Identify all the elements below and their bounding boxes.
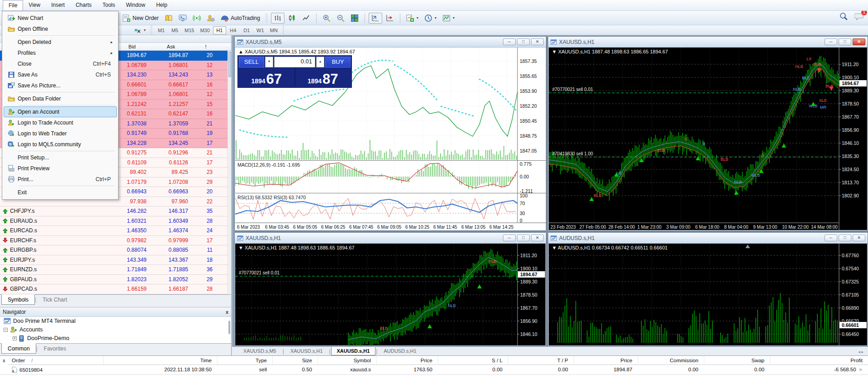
close-button[interactable]: ✕ [531, 38, 544, 45]
chart-tab-3[interactable]: AUDUSD.s,H1 [378, 347, 422, 355]
chart-titlebar[interactable]: AUDUSD.s,H1─□✕ [548, 233, 868, 244]
restore-button[interactable]: □ [839, 235, 851, 241]
terminal-col-price[interactable]: Price [376, 356, 438, 365]
market-watch-row-eurjpy.s[interactable]: EURJPY.s143.349143.36718 [0, 255, 231, 265]
close-order-icon[interactable]: ✕ [859, 367, 863, 372]
timeframe-m30[interactable]: M30 [197, 26, 212, 34]
crosshair-dropdown-icon[interactable]: ▾ [144, 28, 146, 32]
scrollbar-thumb[interactable] [228, 52, 231, 77]
file-menu-item-print[interactable]: Print...Ctrl+P [4, 174, 117, 185]
navigator-close-icon[interactable]: x [226, 309, 228, 315]
timeframe-m5[interactable]: M5 [168, 26, 181, 34]
col-spread[interactable]: ! [192, 44, 220, 49]
minimize-button[interactable]: ─ [825, 38, 837, 45]
auto-scroll-button[interactable] [369, 13, 382, 24]
volume-down-button[interactable]: ▼ [265, 57, 273, 67]
terminal-col-swap[interactable]: Swap [704, 356, 770, 365]
market-watch-row-euraud.s[interactable]: EURAUD.s1.603211.6034928 [0, 216, 231, 226]
tab-scroll-arrows[interactable]: ◂ ▸ [858, 350, 863, 355]
volume-up-button[interactable]: ▲ [316, 57, 324, 67]
crosshair-tool-button[interactable]: ▾ [131, 25, 148, 36]
col-ask[interactable]: Ask [150, 44, 192, 49]
nav-item-accounts[interactable]: −Accounts [0, 326, 231, 334]
candlestick-mode-button[interactable] [286, 13, 299, 24]
toolbar-grip[interactable] [266, 14, 268, 23]
timeframe-h1[interactable]: H1 [213, 26, 226, 34]
templates-dropdown-icon[interactable]: ▾ [453, 16, 455, 20]
autotrading-button[interactable]: AutoTrading [218, 13, 262, 24]
minimize-button[interactable]: ─ [825, 235, 837, 241]
file-menu-item-login-to-web-trader[interactable]: Login to Web Trader [4, 128, 117, 139]
sell-button[interactable]: SELL [239, 57, 264, 67]
toolbar-grip[interactable] [150, 26, 152, 35]
file-menu-item-new-chart[interactable]: New Chart [4, 13, 117, 24]
close-button[interactable]: ✕ [853, 38, 865, 45]
file-menu-item-open-deleted[interactable]: Open Deleted▸ [4, 37, 117, 48]
expand-icon[interactable]: + [13, 336, 17, 341]
templates-button[interactable]: ▾ [440, 13, 457, 24]
tab-symbols[interactable]: Symbols [1, 294, 35, 305]
chart-titlebar[interactable]: XAUUSD.s,H1─□✕ [548, 37, 868, 48]
restore-button[interactable]: □ [839, 38, 851, 45]
chart-tab-1[interactable]: XAUUSD.s,H1 [285, 347, 329, 355]
tab-common[interactable]: Common [1, 343, 36, 354]
bar-chart-mode-button[interactable] [271, 13, 285, 24]
menu-window[interactable]: Window [121, 0, 151, 10]
new-order-button[interactable]: New Order [120, 13, 161, 24]
accounts-button[interactable] [204, 13, 217, 24]
menu-view[interactable]: View [23, 0, 46, 10]
chart-titlebar[interactable]: XAUUSD.s,M5─□✕ [235, 37, 546, 48]
chart-canvas[interactable]: ▲ XAUUSD.s,M5 1894.15 1895.42 1893.92 18… [235, 48, 545, 230]
menu-tools[interactable]: Tools [97, 0, 121, 10]
chart-shift-button[interactable] [384, 13, 396, 24]
navigator-scrollbar[interactable] [228, 321, 230, 334]
tab-favorites[interactable]: Favorites [38, 343, 72, 354]
chart-tab-0[interactable]: XAUUSD.s,M5 [237, 347, 282, 355]
file-menu-item-open-data-folder[interactable]: Open Data Folder [4, 93, 117, 104]
buy-button[interactable]: BUY [325, 57, 351, 67]
chart-titlebar[interactable]: XAUUSD.s,H1─□✕ [235, 233, 546, 244]
terminal-col-tp[interactable]: T / P [508, 356, 574, 365]
minimize-button[interactable]: ─ [503, 235, 516, 241]
periods-button[interactable]: ▾ [422, 13, 439, 24]
nav-item-terminal[interactable]: Doo Prime MT4 Terminal [0, 317, 231, 326]
metaeditor-button[interactable] [176, 13, 189, 24]
file-menu-item-print-preview[interactable]: Print Preview [4, 163, 117, 174]
chart-canvas[interactable]: ▼ XAUUSD.s,H1 1887.48 1898.63 1886.65 18… [549, 48, 867, 230]
file-menu-item-close[interactable]: CloseCtrl+F4 [4, 58, 117, 69]
market-watch-row-gbpcad.s[interactable]: GBPCAD.s1.661591.6618728 [0, 284, 231, 294]
nav-item-dooprime-demo[interactable]: +DooPrime-Demo [0, 334, 231, 343]
terminal-col-symbol[interactable]: Symbol [318, 356, 376, 365]
volume-input[interactable]: 0.01 [274, 57, 315, 67]
indicators-button[interactable]: ▾ [404, 13, 421, 24]
file-menu-item-profiles[interactable]: Profiles▸ [4, 48, 117, 58]
terminal-col-time[interactable]: Time [103, 356, 217, 365]
zoom-out-button[interactable] [334, 13, 347, 24]
menu-file[interactable]: File [3, 0, 23, 10]
close-button[interactable]: ✕ [531, 235, 544, 241]
indicators-dropdown-icon[interactable]: ▾ [417, 16, 418, 20]
menu-help[interactable]: Help [151, 0, 173, 10]
market-watch-row-eurcad.s[interactable]: EURCAD.s1.463501.4637424 [0, 226, 231, 236]
terminal-col-type[interactable]: Type [217, 356, 272, 365]
file-menu-item-open-offline[interactable]: Open Offline [4, 24, 117, 34]
chart-tab-2[interactable]: XAUUSD.s,H1 [331, 347, 376, 355]
search-icon[interactable] [839, 12, 848, 21]
file-menu-item-exit[interactable]: Exit [4, 187, 117, 198]
terminal-col-order[interactable]: Order/ [8, 356, 103, 365]
timeframe-w1[interactable]: W1 [254, 26, 267, 34]
collapse-icon[interactable]: − [4, 328, 8, 332]
signals-button[interactable] [190, 13, 203, 24]
terminal-col-size[interactable]: Size [272, 356, 318, 365]
tab-tick-chart[interactable]: Tick Chart [36, 294, 73, 305]
market-watch-row-chfjpy.s[interactable]: CHFJPY.s146.282146.31735 [0, 206, 231, 216]
zoom-in-button[interactable] [320, 13, 333, 24]
restore-button[interactable]: □ [517, 235, 530, 241]
line-chart-mode-button[interactable] [300, 13, 313, 24]
menu-charts[interactable]: Charts [70, 0, 97, 10]
terminal-close-icon[interactable]: x [3, 358, 5, 363]
file-menu-item-save-as[interactable]: Save AsCtrl+S [4, 69, 117, 80]
file-menu-item-open-an-account[interactable]: Open an Account [4, 106, 117, 117]
file-menu-item-login-to-trade-account[interactable]: Login to Trade Account [4, 117, 117, 128]
file-menu-item-login-to-mql5-community[interactable]: SLogin to MQL5.community [4, 139, 117, 150]
